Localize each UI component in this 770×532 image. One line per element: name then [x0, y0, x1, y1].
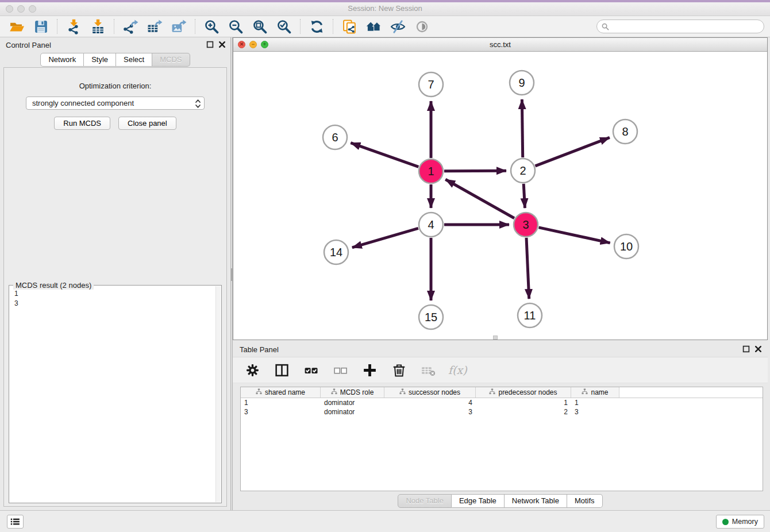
- apply-layout-icon[interactable]: [307, 18, 326, 35]
- show-columns-icon[interactable]: [272, 361, 291, 379]
- table-cell[interactable]: 3: [384, 407, 476, 417]
- mcds-result-list[interactable]: 13: [10, 286, 221, 502]
- table-cell[interactable]: 1: [241, 398, 321, 407]
- zoom-in-icon[interactable]: [202, 18, 221, 35]
- zoom-selected-icon[interactable]: [275, 18, 293, 35]
- table-cell[interactable]: dominator: [321, 398, 384, 407]
- hierarchy-icon: [331, 388, 337, 396]
- memory-button[interactable]: Memory: [716, 515, 764, 529]
- node-table: shared nameMCDS rolesuccessor nodesprede…: [240, 387, 763, 491]
- graph-edge-2-3[interactable]: [523, 184, 525, 208]
- graph-node-10[interactable]: 10: [614, 234, 638, 259]
- float-table-panel-icon[interactable]: [742, 345, 750, 353]
- tab-network-table[interactable]: Network Table: [505, 494, 567, 508]
- show-home-icon[interactable]: [364, 18, 383, 35]
- graph-node-1[interactable]: 1: [419, 159, 443, 183]
- graph-node-6[interactable]: 6: [323, 125, 347, 149]
- delete-row-icon[interactable]: [390, 361, 408, 379]
- table-panel-tabs: Node TableEdge TableNetwork TableMotifs: [233, 494, 768, 508]
- graph-node-11[interactable]: 11: [518, 303, 542, 327]
- network-canvas[interactable]: 1234678910111415: [233, 52, 767, 340]
- open-session-icon[interactable]: [7, 18, 26, 35]
- settings-icon[interactable]: [243, 361, 261, 379]
- result-scrollbar[interactable]: [215, 286, 221, 502]
- save-session-icon[interactable]: [32, 18, 50, 35]
- titlebar: Session: New Session: [0, 0, 770, 16]
- table-cell[interactable]: 3: [241, 407, 321, 417]
- table-cell[interactable]: 1: [571, 398, 619, 407]
- graph-node-15[interactable]: 15: [419, 305, 443, 329]
- graph-node-7[interactable]: 7: [419, 72, 443, 97]
- tab-select[interactable]: Select: [116, 53, 152, 67]
- tab-motifs[interactable]: Motifs: [567, 494, 603, 508]
- tab-mcds[interactable]: MCDS: [152, 53, 190, 67]
- graph-node-3[interactable]: 3: [514, 213, 538, 237]
- close-table-panel-icon[interactable]: [754, 345, 762, 353]
- export-network-icon[interactable]: [121, 18, 140, 35]
- hide-selected-icon[interactable]: [388, 18, 407, 35]
- splitter-grip[interactable]: [231, 268, 232, 281]
- graph-edge-3-1[interactable]: [445, 179, 514, 218]
- zoom-fit-icon[interactable]: [251, 18, 269, 35]
- toolbar-separator: [114, 19, 114, 34]
- table-cell[interactable]: 1: [476, 398, 571, 407]
- import-network-icon[interactable]: [64, 18, 83, 35]
- table-row[interactable]: 3dominator323: [241, 407, 763, 417]
- graph-node-2[interactable]: 2: [511, 159, 535, 183]
- graph-node-9[interactable]: 9: [510, 71, 534, 95]
- column-header-MCDS-role[interactable]: MCDS role: [321, 387, 384, 398]
- toolbar-separator: [195, 19, 195, 34]
- tab-network[interactable]: Network: [40, 53, 84, 67]
- column-header-successor-nodes[interactable]: successor nodes: [384, 387, 476, 398]
- hierarchy-icon: [582, 388, 588, 396]
- svg-text:6: 6: [332, 131, 338, 144]
- graph-node-4[interactable]: 4: [419, 213, 443, 237]
- table-row[interactable]: 1dominator411: [241, 398, 763, 407]
- clear-all-checkboxes-icon[interactable]: [331, 361, 349, 379]
- graph-edge-2-8[interactable]: [535, 137, 609, 165]
- search-field[interactable]: [596, 20, 764, 33]
- graph-edge-2-9[interactable]: [522, 99, 522, 157]
- table-panel-header: Table Panel: [233, 342, 768, 357]
- run-mcds-button[interactable]: Run MCDS: [54, 117, 110, 130]
- close-panel-icon[interactable]: [218, 41, 226, 48]
- canvas-resize-grip[interactable]: [493, 336, 498, 340]
- add-row-icon[interactable]: [360, 361, 379, 379]
- graph-edge-1-6[interactable]: [351, 143, 418, 167]
- close-panel-button[interactable]: Close panel: [118, 117, 176, 130]
- tab-edge-table[interactable]: Edge Table: [452, 494, 505, 508]
- graph-edge-1-2[interactable]: [444, 171, 506, 171]
- export-image-icon[interactable]: [170, 18, 188, 35]
- import-table-icon[interactable]: [88, 18, 107, 35]
- tab-style[interactable]: Style: [84, 53, 116, 67]
- network-window-titlebar: ✕ − + scc.txt: [233, 38, 767, 52]
- graph-node-14[interactable]: 14: [324, 240, 348, 264]
- column-header-shared-name[interactable]: shared name: [241, 387, 321, 398]
- optimization-select[interactable]: strongly connected component: [26, 97, 205, 110]
- select-all-checkboxes-icon[interactable]: [302, 361, 320, 379]
- mcds-panel: Optimization criterion: strongly connect…: [3, 67, 227, 507]
- float-panel-icon[interactable]: [206, 41, 214, 48]
- table-cell[interactable]: 2: [476, 407, 571, 417]
- search-input[interactable]: [612, 22, 759, 31]
- export-table-icon[interactable]: [145, 18, 164, 35]
- graph-edge-3-10[interactable]: [538, 228, 610, 243]
- copy-network-icon[interactable]: [340, 18, 359, 35]
- task-history-button[interactable]: [7, 515, 24, 529]
- column-header-name[interactable]: name: [571, 387, 619, 398]
- column-header-predecessor-nodes[interactable]: predecessor nodes: [476, 387, 571, 398]
- control-panel-title: Control Panel: [6, 41, 51, 49]
- network-graph[interactable]: 1234678910111415: [233, 52, 767, 340]
- table-cell[interactable]: dominator: [321, 407, 384, 417]
- zoom-out-icon[interactable]: [226, 18, 245, 35]
- mcds-result-group: MCDS result (2 nodes) 13: [9, 285, 222, 503]
- table-panel-title: Table Panel: [240, 345, 279, 354]
- show-hidden-icon[interactable]: [413, 18, 431, 35]
- graph-edge-3-11[interactable]: [526, 238, 529, 299]
- table-cell[interactable]: 3: [571, 407, 619, 417]
- tab-node-table[interactable]: Node Table: [398, 494, 452, 508]
- graph-edge-4-14[interactable]: [352, 228, 418, 247]
- network-view-window: ✕ − + scc.txt 1234678910111415: [233, 37, 768, 340]
- table-cell[interactable]: 4: [384, 398, 476, 407]
- graph-node-8[interactable]: 8: [613, 119, 637, 144]
